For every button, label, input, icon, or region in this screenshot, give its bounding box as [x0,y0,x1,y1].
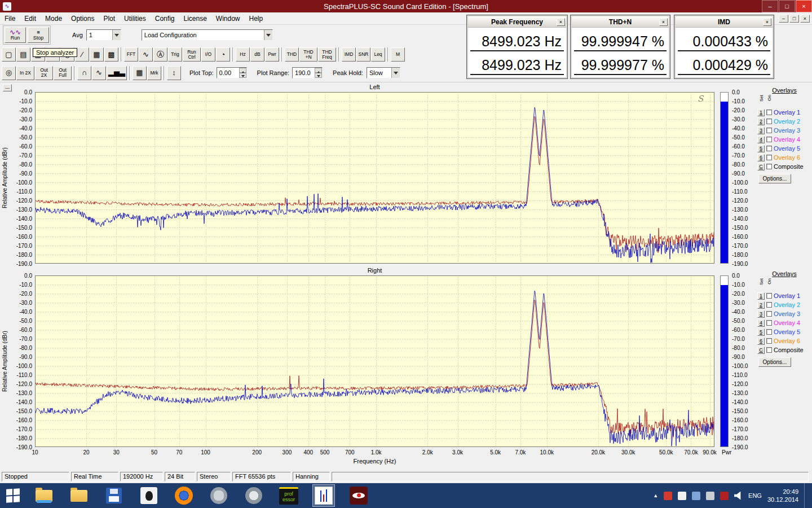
overlay-3-set-button-left[interactable]: 3 [757,127,765,134]
close-icon[interactable]: × [557,18,565,26]
open-file-button[interactable]: ▤ [16,47,30,62]
io-device-button[interactable]: I/O [201,47,215,62]
run-button[interactable]: ∿∿ Run [5,27,26,43]
menu-plot[interactable]: Plot [99,13,120,24]
fft-settings-button[interactable]: FFT [124,47,138,62]
mdi-restore-button[interactable]: □ [789,15,799,23]
taskbar-file-explorer[interactable] [33,484,55,507]
menu-config[interactable]: Config [151,13,179,24]
taskbar-firefox[interactable] [173,484,195,507]
scale-slider-button[interactable]: ↕ [167,66,181,80]
menu-help[interactable]: Help [245,13,268,24]
overlay-1-set-button-right[interactable]: 1 [757,292,765,300]
overlay-5-set-button-right[interactable]: 5 [757,329,765,336]
chevron-down-icon[interactable] [264,30,272,40]
overlay-6-set-button-right[interactable]: 6 [757,338,765,345]
taskbar-viewer-app[interactable] [347,484,370,507]
tray-app-icon-2[interactable] [692,492,700,500]
avg-select[interactable]: 1 [86,29,121,41]
imd-button[interactable]: IMD [342,47,356,62]
peak-curve-button[interactable]: ∩ [77,66,91,80]
maximize-button[interactable]: □ [779,0,795,12]
units-db-button[interactable]: dB [250,47,264,62]
overlay-options-button-right[interactable]: Options... [758,357,791,367]
tray-app-icon-1[interactable] [664,492,672,500]
overlay-1-on-checkbox-left[interactable] [766,110,772,115]
mdi-system-box[interactable]: — [3,84,12,91]
thd-n-button[interactable]: THD +N [299,47,317,62]
close-button[interactable]: × [796,0,812,12]
run-control-button[interactable]: Run Ctrl [183,47,201,62]
new-file-button[interactable]: ▢ [2,47,16,62]
mdi-minimize-button[interactable]: – [779,15,788,23]
zoom-button[interactable]: ◎ [2,66,16,80]
chevron-down-icon[interactable] [112,30,121,40]
thd-button[interactable]: THD [285,47,299,62]
tray-app-icon-3[interactable] [720,492,729,500]
spin-down-icon[interactable] [239,73,246,78]
overlay-options-button-left[interactable]: Options... [758,174,791,183]
spectrum-plot-left[interactable] [35,92,714,264]
menu-options[interactable]: Options [67,13,99,24]
overlay-5-on-checkbox-left[interactable] [766,146,772,151]
taskbar-folder[interactable] [68,484,90,507]
overlay-4-on-checkbox-left[interactable] [766,137,772,142]
spin-up-icon[interactable] [239,68,246,73]
taskbar-spectraplus[interactable] [312,484,335,507]
overlay-1-set-button-left[interactable]: 1 [757,109,765,116]
leq-button[interactable]: Leq [371,47,385,62]
taskbar-gray-app-2[interactable] [242,484,265,507]
markers-button[interactable]: Mrk [147,66,161,80]
tray-keyboard-icon[interactable] [706,492,714,500]
overlay-2-set-button-left[interactable]: 2 [757,118,765,125]
overlay-c-on-checkbox-left[interactable] [766,164,772,169]
overlay-6-on-checkbox-left[interactable] [766,155,772,160]
snr-button[interactable]: SNR [356,47,370,62]
spectrogram-button[interactable]: ▦ [90,47,104,62]
menu-mode[interactable]: Mode [41,13,67,24]
load-configuration-select[interactable]: Load Configuration [142,29,273,41]
overlay-6-set-button-left[interactable]: 6 [757,154,765,161]
overlay-4-on-checkbox-right[interactable] [766,320,772,326]
overlay-2-on-checkbox-left[interactable] [766,119,772,124]
taskbar-save-tool[interactable] [103,484,125,507]
spinner-arrows[interactable] [239,68,246,78]
peak-hold-select[interactable]: Slow [367,67,400,78]
volume-icon[interactable] [734,492,743,500]
data-table-button[interactable]: ▦ [133,66,147,80]
close-icon[interactable]: × [659,18,668,26]
taskbar-white-app[interactable] [138,484,160,507]
zoom-in-2x-button[interactable]: In 2X [16,66,34,80]
overlay-3-set-button-right[interactable]: 3 [757,310,765,318]
spin-down-icon[interactable] [315,73,322,78]
overlay-1-on-checkbox-right[interactable] [766,293,772,299]
timer-button[interactable]: ◔ [216,47,230,62]
spinner-arrows[interactable] [315,68,322,78]
minimize-button[interactable]: – [762,0,778,12]
menu-file[interactable]: File [0,13,20,24]
hidden-icons-arrow[interactable]: ▲ [653,493,658,498]
overlay-4-set-button-right[interactable]: 4 [757,319,765,327]
overlay-c-set-button-right[interactable]: C [757,347,765,354]
overlay-c-on-checkbox-right[interactable] [766,347,772,353]
overlay-3-on-checkbox-left[interactable] [766,128,772,133]
mdi-close-button[interactable]: × [800,15,810,23]
taskbar-gray-app-1[interactable] [208,484,230,507]
overlay-6-on-checkbox-right[interactable] [766,338,772,344]
tray-flag-icon[interactable] [678,492,686,500]
overlay-3-on-checkbox-right[interactable] [766,311,772,317]
spin-up-icon[interactable] [315,68,322,73]
overlay-2-set-button-right[interactable]: 2 [757,301,765,309]
overlay-5-set-button-left[interactable]: 5 [757,145,765,152]
trigger-button[interactable]: Trig [168,47,182,62]
units-pwr-button[interactable]: Pwr [265,47,279,62]
menu-edit[interactable]: Edit [20,13,41,24]
more-measurements-button[interactable]: M [391,47,405,62]
zoom-out-full-button[interactable]: Out Full [54,66,72,80]
overlay-2-on-checkbox-right[interactable] [766,302,772,308]
chevron-down-icon[interactable] [391,68,400,78]
spectrum-plot-right[interactable] [35,275,714,447]
plot-range-input[interactable]: 190.0 [292,67,323,78]
thd-freq-button[interactable]: THD Freq [318,47,336,62]
units-hz-button[interactable]: Hz [236,47,250,62]
